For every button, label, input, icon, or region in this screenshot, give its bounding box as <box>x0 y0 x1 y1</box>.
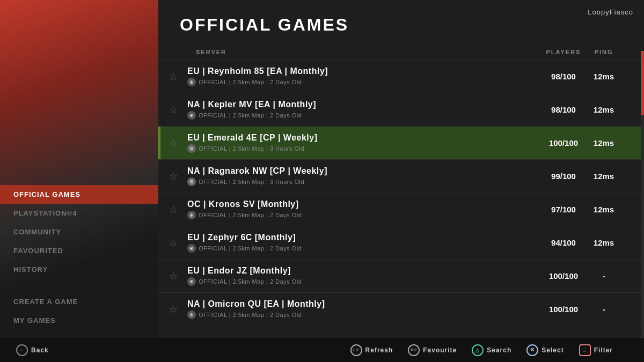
star-button[interactable]: ☆ <box>164 167 183 186</box>
server-row[interactable]: ☆EU | Reynholm 85 [EA | Monthly]⊕OFFICIA… <box>158 60 644 93</box>
search-action[interactable]: △ Search <box>472 344 511 356</box>
ping-value: 12ms <box>585 105 623 114</box>
server-info: OC | Kronos SV [Monthly]⊕OFFICIAL | 2.5k… <box>183 200 542 219</box>
server-meta-text: OFFICIAL | 2.5km Map | 2 Days Old <box>199 278 302 285</box>
server-meta-text: OFFICIAL | 2.5km Map | 2 Days Old <box>199 212 302 218</box>
filter-label: Filter <box>594 346 613 354</box>
server-name: EU | Reynholm 85 [EA | Monthly] <box>187 67 542 76</box>
col-header-players: PLAYERS <box>542 49 585 55</box>
ping-value: 12ms <box>585 72 623 81</box>
server-name: NA | Kepler MV [EA | Monthly] <box>187 100 542 109</box>
server-type-icon: ⊕ <box>187 78 196 86</box>
server-info: EU | Zephyr 6C [Monthly]⊕OFFICIAL | 2.5k… <box>183 233 542 253</box>
ping-value: 12ms <box>585 138 623 147</box>
server-row[interactable]: ☆EU | Zephyr 6C [Monthly]⊕OFFICIAL | 2.5… <box>158 226 644 260</box>
favourite-action[interactable]: R2 Favourite <box>408 344 457 356</box>
username-display: LoopyFiasco <box>588 8 633 16</box>
r2-icon: R2 <box>408 344 420 356</box>
server-meta: ⚙OFFICIAL | 2.5km Map | 3 Hours Old <box>187 144 542 153</box>
select-action[interactable]: ✕ Select <box>526 344 564 356</box>
players-value: 97/100 <box>542 205 585 214</box>
favourite-label: Favourite <box>423 346 457 354</box>
server-info: EU | Endor JZ [Monthly]⊕OFFICIAL | 2.5km… <box>183 266 542 286</box>
server-type-icon: ⊕ <box>187 211 196 219</box>
filter-action[interactable]: □ Filter <box>579 344 613 356</box>
star-button[interactable]: ☆ <box>164 200 183 219</box>
server-row[interactable]: ☆NA | Kepler MV [EA | Monthly]⊕OFFICIAL … <box>158 93 644 127</box>
server-type-icon: ⊕ <box>187 244 196 253</box>
server-meta: ⊕OFFICIAL | 2.5km Map | 2 Days Old <box>187 311 542 319</box>
refresh-label: Refresh <box>365 346 393 354</box>
server-meta: ⊕OFFICIAL | 2.5km Map | 2 Days Old <box>187 78 542 86</box>
back-action[interactable]: ○ Back <box>16 344 49 356</box>
sidebar: OFFICIAL GAMES PLAYSTATION®4 COMMUNITY F… <box>0 0 158 362</box>
players-value: 100/100 <box>542 138 585 147</box>
star-button[interactable]: ☆ <box>164 100 183 120</box>
star-button[interactable]: ☆ <box>164 67 183 86</box>
ping-value: 12ms <box>585 238 623 247</box>
server-meta: ⊕OFFICIAL | 2.5km Map | 2 Days Old <box>187 277 542 286</box>
star-button[interactable]: ☆ <box>164 300 183 319</box>
server-row[interactable]: ☆EU | Endor JZ [Monthly]⊕OFFICIAL | 2.5k… <box>158 260 644 293</box>
sidebar-item-favourited[interactable]: FAVOURITED <box>0 241 158 260</box>
sidebar-item-my-games[interactable]: MY GAMES <box>0 311 158 330</box>
server-info: NA | Omicron QU [EA | Monthly]⊕OFFICIAL … <box>183 299 542 319</box>
server-row[interactable]: ☆NA | Ragnarok NW [CP | Weekly]⚙OFFICIAL… <box>158 160 644 193</box>
col-header-server: SERVER <box>196 49 542 55</box>
server-info: NA | Kepler MV [EA | Monthly]⊕OFFICIAL |… <box>183 100 542 120</box>
page-title: OFFICIAL GAMES <box>158 0 644 45</box>
ping-value: 12ms <box>585 205 623 214</box>
sidebar-item-official-games[interactable]: OFFICIAL GAMES <box>0 185 158 204</box>
server-row[interactable]: ☆OC | Kronos SV [Monthly]⊕OFFICIAL | 2.5… <box>158 193 644 226</box>
server-meta: ⊕OFFICIAL | 2.5km Map | 2 Days Old <box>187 111 542 120</box>
server-meta: ⊕OFFICIAL | 2.5km Map | 2 Days Old <box>187 211 542 219</box>
triangle-icon: △ <box>472 344 484 356</box>
sidebar-item-create-a-game[interactable]: CREATE A GAME <box>0 292 158 311</box>
scrollbar-thumb <box>641 51 644 115</box>
server-row[interactable]: ☆NA | Omicron QU [EA | Monthly]⊕OFFICIAL… <box>158 293 644 326</box>
server-meta-text: OFFICIAL | 2.5km Map | 3 Hours Old <box>199 145 304 152</box>
server-meta-text: OFFICIAL | 2.5km Map | 2 Days Old <box>199 245 302 252</box>
bottom-right-actions: L2 Refresh R2 Favourite △ Search ✕ Selec… <box>350 344 628 356</box>
players-value: 98/100 <box>542 72 585 81</box>
server-info: NA | Ragnarok NW [CP | Weekly]⚙OFFICIAL … <box>183 166 542 186</box>
server-meta: ⚙OFFICIAL | 2.5km Map | 3 Hours Old <box>187 178 542 186</box>
server-meta-text: OFFICIAL | 2.5km Map | 2 Days Old <box>199 79 302 85</box>
players-value: 100/100 <box>542 271 585 280</box>
search-label: Search <box>487 346 511 354</box>
ping-value: - <box>585 305 623 314</box>
players-value: 99/100 <box>542 172 585 181</box>
server-name: NA | Omicron QU [EA | Monthly] <box>187 299 542 309</box>
star-button[interactable]: ☆ <box>164 233 183 253</box>
server-info: EU | Reynholm 85 [EA | Monthly]⊕OFFICIAL… <box>183 67 542 86</box>
sidebar-menu: OFFICIAL GAMES PLAYSTATION®4 COMMUNITY F… <box>0 185 158 330</box>
server-name: OC | Kronos SV [Monthly] <box>187 200 542 209</box>
server-info: EU | Emerald 4E [CP | Weekly]⚙OFFICIAL |… <box>183 133 542 153</box>
refresh-action[interactable]: L2 Refresh <box>350 344 393 356</box>
cross-icon: ✕ <box>526 344 538 356</box>
col-header-ping: PING <box>585 49 623 55</box>
players-value: 94/100 <box>542 238 585 247</box>
server-meta-text: OFFICIAL | 2.5km Map | 2 Days Old <box>199 312 302 318</box>
square-icon: □ <box>579 344 591 356</box>
server-name: EU | Emerald 4E [CP | Weekly] <box>187 133 542 143</box>
players-value: 98/100 <box>542 105 585 114</box>
table-header: SERVER PLAYERS PING <box>158 45 644 60</box>
main-content: LoopyFiasco OFFICIAL GAMES SERVER PLAYER… <box>158 0 644 362</box>
ping-value: - <box>585 271 623 280</box>
sidebar-item-playstation4[interactable]: PLAYSTATION®4 <box>0 204 158 223</box>
sidebar-item-history[interactable]: HISTORY <box>0 260 158 279</box>
server-row[interactable]: ☆EU | Emerald 4E [CP | Weekly]⚙OFFICIAL … <box>158 127 644 160</box>
server-name: EU | Endor JZ [Monthly] <box>187 266 542 276</box>
l2-icon: L2 <box>350 344 362 356</box>
scrollbar[interactable] <box>641 51 644 362</box>
star-button[interactable]: ☆ <box>164 134 183 153</box>
server-type-icon: ⚙ <box>187 178 196 186</box>
server-list: ☆EU | Reynholm 85 [EA | Monthly]⊕OFFICIA… <box>158 60 644 326</box>
server-name: NA | Ragnarok NW [CP | Weekly] <box>187 166 542 176</box>
server-type-icon: ⊕ <box>187 277 196 286</box>
sidebar-item-community[interactable]: COMMUNITY <box>0 223 158 241</box>
server-meta: ⊕OFFICIAL | 2.5km Map | 2 Days Old <box>187 244 542 253</box>
star-button[interactable]: ☆ <box>164 267 183 286</box>
ping-value: 12ms <box>585 172 623 181</box>
